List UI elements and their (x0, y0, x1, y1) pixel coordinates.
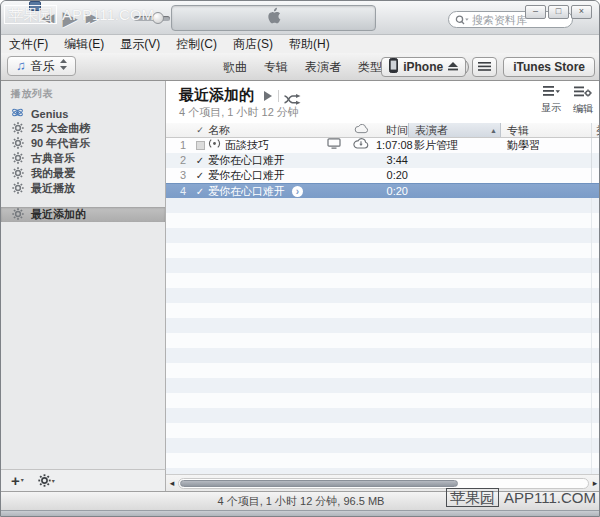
track-row[interactable]: 3 爱你在心口难开 › 0:20 (166, 168, 600, 183)
main-content: 最近添加的 4 个项目, 1 小时 12 分钟 显示 编辑 名称 (166, 81, 600, 474)
sidebar-playlist-item[interactable]: 25 大金曲榜 (1, 121, 165, 136)
view-options-icon (543, 86, 560, 99)
track-album: 勤學習 (501, 138, 591, 153)
track-artist (408, 153, 501, 168)
edit-playlist-button[interactable]: 编辑 (573, 86, 593, 116)
sidebar-playlist-item[interactable]: 古典音乐 (1, 151, 165, 166)
track-checkbox[interactable] (196, 141, 205, 150)
track-album (501, 184, 591, 198)
track-artist: 影片管理 (408, 138, 501, 153)
track-time: 1:07:08 (376, 138, 408, 153)
scrollbar-thumb[interactable] (180, 480, 458, 487)
playlist-actions-button[interactable]: ▾ (38, 474, 55, 488)
header-name-column[interactable]: 名称 (208, 123, 321, 137)
scrollbar-track[interactable] (178, 478, 589, 489)
track-artist (408, 184, 501, 198)
track-checkbox[interactable] (196, 184, 204, 199)
track-genre (591, 153, 600, 168)
maximize-button[interactable]: □ (548, 5, 569, 19)
track-genre (591, 138, 600, 153)
gear-icon (38, 474, 51, 488)
minimize-button[interactable]: – (525, 5, 546, 19)
menu-item[interactable]: 商店(S) (225, 35, 281, 53)
header-artist-column-sorted[interactable]: 表演者▲ (408, 123, 501, 137)
apple-logo-icon (266, 7, 281, 29)
track-checkbox[interactable] (196, 168, 204, 183)
track-genre (591, 168, 600, 183)
sidebar-playlist-list: Genius 25 大金曲榜 90 年代音乐 (1, 106, 165, 222)
view-options-button[interactable]: 显示 (541, 86, 561, 116)
track-name: 面談技巧 (225, 138, 269, 153)
header-spacer (321, 123, 346, 137)
search-icon (455, 11, 469, 29)
watermark-bottom: 苹果园APP111.COM (446, 489, 596, 508)
library-selector-button[interactable]: ♫ 音乐 (7, 56, 76, 76)
add-playlist-button[interactable]: +▾ (11, 474, 24, 487)
edit-playlist-label: 编辑 (573, 102, 593, 116)
sidebar-item-label: 最近播放 (31, 181, 75, 196)
sidebar-bottom-toolbar: +▾ ▾ (1, 469, 166, 491)
track-row[interactable]: 1 面談技巧 › 1:07:08 影片管理 勤學習 (166, 138, 600, 153)
track-name: 爱你在心口难开 (208, 168, 285, 183)
cloud-icon (354, 123, 369, 137)
view-tab[interactable]: 类型 (358, 59, 382, 75)
sidebar-item-label: 古典音乐 (31, 151, 75, 166)
smart-playlist-gear-icon (12, 167, 24, 181)
track-row[interactable]: 2 爱你在心口难开 › 3:44 (166, 153, 600, 168)
sidebar-item-label: 25 大金曲榜 (31, 121, 90, 136)
list-menu-icon (478, 60, 491, 74)
track-album (501, 153, 591, 168)
sidebar-playlist-item[interactable]: Genius (1, 106, 165, 121)
header-time-column[interactable]: 时间 (376, 123, 408, 137)
sidebar-toggle-button[interactable] (472, 57, 497, 77)
sidebar-playlist-item[interactable]: 最近播放 (1, 181, 165, 196)
close-button[interactable]: × (571, 5, 592, 19)
scroll-left-arrow[interactable]: ◂ (166, 476, 178, 491)
play-playlist-icon[interactable] (264, 91, 272, 101)
track-number: 1 (166, 138, 192, 153)
up-down-arrows-icon (60, 59, 67, 73)
track-name: 爱你在心口难开 (208, 184, 285, 198)
smart-playlist-gear-icon (12, 208, 24, 222)
more-arrow-icon[interactable]: › (292, 186, 303, 197)
cloud-download-icon[interactable] (353, 138, 369, 153)
itunes-store-label: iTunes Store (513, 60, 585, 74)
sidebar-item-label: 我的最爱 (31, 166, 75, 181)
header-album-column[interactable]: 专辑 (501, 123, 591, 137)
table-header: 名称 时间 表演者▲ 专辑 类型 (166, 123, 600, 138)
track-number: 4 (166, 184, 192, 198)
playlist-actions: 显示 编辑 (541, 86, 593, 116)
track-artist (408, 168, 501, 183)
view-tab[interactable]: 专辑 (264, 59, 288, 75)
sidebar-playlist-item[interactable]: 最近添加的 (1, 207, 165, 222)
sidebar-playlist-item[interactable]: 我的最爱 (1, 166, 165, 181)
header-genre-column[interactable]: 类型 (591, 123, 600, 137)
smart-playlist-gear-icon (12, 152, 24, 166)
view-tab[interactable]: 歌曲 (223, 59, 247, 75)
sidebar-playlist-item[interactable]: 90 年代音乐 (1, 136, 165, 151)
menu-bar: 文件(F)编辑(E)显示(V)控制(C)商店(S)帮助(H) (1, 35, 599, 53)
menu-item[interactable]: 显示(V) (112, 35, 168, 53)
playlist-title: 最近添加的 (179, 86, 254, 105)
view-tab[interactable]: 表演者 (305, 59, 341, 75)
itunes-store-button[interactable]: iTunes Store (503, 57, 595, 77)
smart-playlist-gear-icon (12, 137, 24, 151)
library-selector-label: 音乐 (31, 58, 55, 75)
track-time: 3:44 (376, 153, 408, 168)
header-cloud-column[interactable] (346, 123, 376, 137)
status-text: 4 个项目, 1 小时 12 分钟, 96.5 MB (218, 495, 385, 507)
eject-icon[interactable] (448, 60, 458, 74)
header-number-column (166, 123, 192, 137)
menu-item[interactable]: 控制(C) (168, 35, 225, 53)
menu-item[interactable]: 文件(F) (1, 35, 56, 53)
menu-item[interactable]: 编辑(E) (56, 35, 112, 53)
menu-item[interactable]: 帮助(H) (281, 35, 338, 53)
sidebar: 播放列表 Genius 25 大金曲榜 (1, 81, 166, 469)
track-checkbox[interactable] (196, 153, 204, 168)
iphone-device-button[interactable]: iPhone (381, 57, 466, 77)
track-genre (591, 184, 600, 198)
track-row[interactable]: 4 爱你在心口难开 › 0:20 (166, 183, 600, 198)
playlist-header: 最近添加的 4 个项目, 1 小时 12 分钟 显示 编辑 (166, 81, 600, 123)
header-checkbox-column[interactable] (192, 123, 208, 137)
sidebar-heading: 播放列表 (11, 87, 165, 101)
